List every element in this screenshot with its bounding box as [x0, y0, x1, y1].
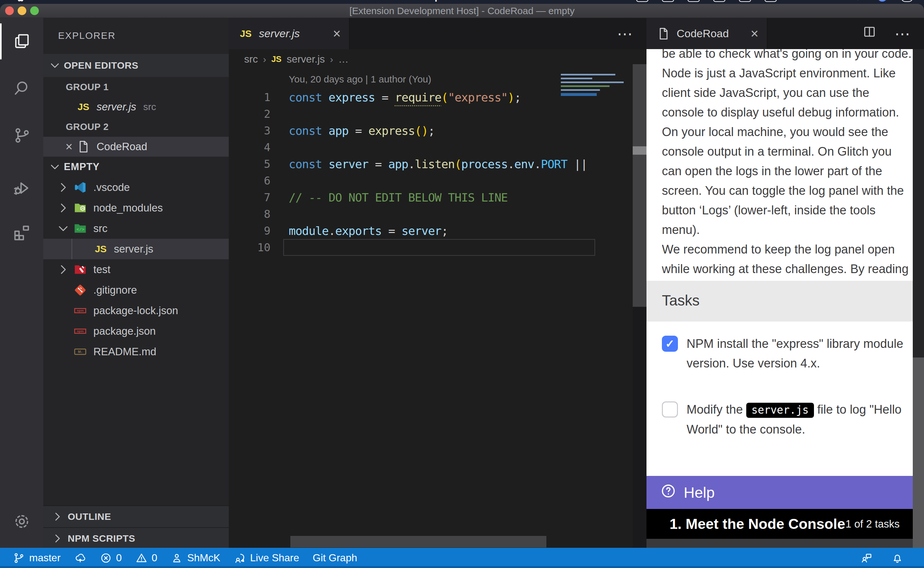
editor-item-label: CodeRoad [96, 140, 147, 153]
open-editors-label: OPEN EDITORS [64, 60, 138, 71]
tree-item--gitignore[interactable]: .gitignore [43, 280, 229, 301]
tab-server-js[interactable]: JS server.js × [229, 18, 350, 49]
apple-logo-icon[interactable] [13, 0, 26, 3]
menu-item-edit[interactable]: Edit [116, 0, 135, 2]
panel-more-actions-icon[interactable]: ⋯ [894, 25, 910, 43]
panel-scrollbar-thumb[interactable] [633, 147, 647, 155]
code-line-10[interactable]: 10 [229, 239, 647, 256]
activity-bar-extensions[interactable] [0, 213, 43, 252]
open-editors-header[interactable]: OPEN EDITORS [43, 54, 229, 77]
minimap-line [561, 78, 592, 79]
menubar-keyboard-icon[interactable] [687, 0, 700, 2]
menubar-display-icon[interactable] [739, 0, 751, 2]
svg-text:JS: JS [81, 207, 84, 210]
sidebar-section-outline[interactable]: OUTLINE [43, 505, 229, 527]
notifications-status[interactable] [891, 552, 903, 564]
live-share-status[interactable]: Live Share [234, 552, 299, 564]
menu-item-terminal[interactable]: Terminal [312, 0, 351, 2]
account-status[interactable]: ShMcK [171, 552, 220, 564]
menu-item-view[interactable]: View [210, 0, 231, 2]
open-editors-group-label[interactable]: GROUP 1 [43, 77, 229, 97]
menubar-clock[interactable]: Sat 9:40 PM [790, 0, 844, 2]
menu-item-selection[interactable]: Selection [151, 0, 193, 2]
git-branch-status[interactable]: master [13, 552, 61, 564]
spotlight-icon[interactable]: ⌕ [858, 0, 864, 3]
menu-item-help[interactable]: Help [420, 0, 440, 2]
menu-item-code[interactable]: Code [44, 0, 68, 2]
code-line-6[interactable]: 6 [229, 172, 647, 189]
folder-section-empty[interactable]: EMPTY [43, 157, 229, 177]
code-line-2[interactable]: 2 [229, 106, 647, 122]
tree-item-src[interactable]: </>src [43, 218, 229, 239]
open-editors-group-label[interactable]: GROUP 2 [43, 117, 229, 137]
breadcrumb-symbol[interactable]: … [339, 53, 349, 65]
menubar-battery-icon[interactable] [764, 0, 777, 2]
breadcrumb-folder[interactable]: src [244, 53, 258, 65]
webview-scrollbar-track[interactable] [913, 49, 924, 358]
menu-item-window[interactable]: Window [367, 0, 404, 2]
code-line-9[interactable]: 9module.exports = server; [229, 222, 647, 239]
minimap[interactable] [561, 74, 597, 96]
sidebar-section-npm-scripts[interactable]: NPM SCRIPTS [43, 527, 229, 548]
editor-item-label: server.js [96, 101, 136, 113]
activity-bar-explorer[interactable] [0, 22, 43, 60]
help-bar[interactable]: Help [647, 476, 924, 509]
tree-item-package-json[interactable]: npmpackage.json [43, 321, 229, 341]
feedback-status[interactable] [861, 552, 873, 564]
git-graph-status[interactable]: Git Graph [313, 552, 357, 564]
menu-item-file[interactable]: File [84, 0, 100, 2]
close-tab-icon[interactable]: × [333, 26, 341, 41]
code-line-7[interactable]: 7// -- DO NOT EDIT BELOW THIS LINE [229, 189, 647, 206]
activity-bar-search[interactable] [0, 69, 43, 107]
publish-sync-status[interactable] [74, 552, 86, 564]
task-checkbox[interactable] [662, 402, 678, 417]
code-line-5[interactable]: 5const server = app.listen(process.env.P… [229, 156, 647, 172]
open-editor-item-server-js[interactable]: JSserver.jssrc [43, 97, 229, 117]
line-number: 4 [229, 141, 270, 154]
inline-code: server.js [746, 403, 814, 418]
menubar-screen-mirroring-icon[interactable] [636, 0, 648, 2]
activity-bar-run-debug[interactable] [0, 169, 43, 207]
errors-status[interactable]: 0 [100, 552, 122, 564]
menu-item-run[interactable]: Run [277, 0, 295, 2]
activity-bar [0, 18, 43, 548]
title-bar[interactable]: [Extension Development Host] - CodeRoad … [0, 4, 924, 18]
tree-item-readme-md[interactable]: M↓README.md [43, 341, 229, 362]
code-editor[interactable]: You, 20 days ago | 1 author (You) 1const… [229, 69, 647, 548]
menubar-stats-icon[interactable] [713, 0, 725, 2]
editor-more-actions-icon[interactable]: ⋯ [617, 25, 632, 43]
src-folder-icon: </> [73, 221, 87, 236]
panel-scrollbar-track[interactable] [633, 64, 647, 307]
section-label: OUTLINE [68, 511, 111, 522]
open-editor-item-coderoad[interactable]: ×CodeRoad [43, 137, 229, 157]
code-line-3[interactable]: 3const app = express(); [229, 122, 647, 139]
activity-bar-source-control[interactable] [0, 116, 43, 155]
horizontal-scrollbar[interactable] [290, 536, 546, 547]
task-checkbox[interactable]: ✓ [662, 336, 678, 352]
tree-item-label: .gitignore [93, 284, 137, 296]
tree-item-package-lock-json[interactable]: npmpackage-lock.json [43, 301, 229, 321]
menu-item-go[interactable]: Go [247, 0, 261, 2]
tree-item-test[interactable]: test [43, 259, 229, 280]
tree-item-node_modules[interactable]: JSnode_modules [43, 198, 229, 218]
menubar-shortcuts-icon[interactable] [662, 0, 674, 2]
lesson-footer[interactable]: 1. Meet the Node Console 1 of 2 tasks [647, 509, 924, 539]
chevron-down-icon [48, 59, 61, 72]
webview-scrollbar-thumb[interactable] [913, 358, 924, 548]
control-center-icon[interactable] [901, 0, 913, 2]
breadcrumb-file[interactable]: server.js [286, 53, 325, 65]
close-tab-icon[interactable]: × [751, 26, 758, 41]
tree-item--vscode[interactable]: .vscode [43, 177, 229, 198]
tab-coderoad[interactable]: CodeRoad × [647, 18, 767, 49]
code-line-4[interactable]: 4 [229, 139, 647, 156]
warnings-status[interactable]: 0 [136, 552, 158, 564]
close-editor-icon[interactable]: × [62, 140, 76, 154]
code-line-8[interactable]: 8 [229, 206, 647, 222]
siri-icon[interactable] [877, 0, 888, 2]
activity-bar-settings[interactable] [0, 502, 43, 541]
split-editor-icon[interactable] [862, 25, 877, 42]
tree-item-server-js[interactable]: JSserver.js [43, 239, 229, 259]
npm-icon: npm [73, 324, 87, 338]
breadcrumb[interactable]: src › JS server.js › … [229, 49, 647, 69]
codelens-annotation[interactable]: You, 20 days ago | 1 author (You) [289, 74, 431, 85]
